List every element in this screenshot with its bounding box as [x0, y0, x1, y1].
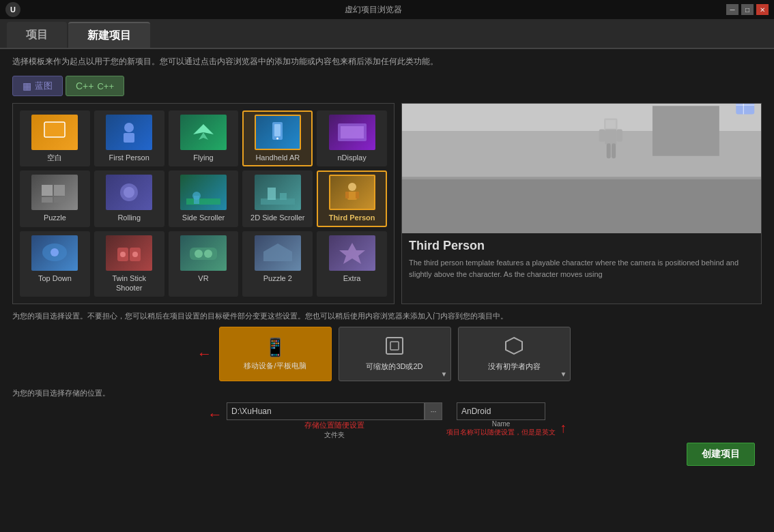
cpp-button[interactable]: C++ C++: [66, 76, 124, 96]
template-label-extra: Extra: [343, 274, 361, 283]
template-item-vr[interactable]: VR: [169, 231, 239, 297]
template-label-flying: Flying: [193, 153, 213, 162]
template-label-twin-stick-shooter: Twin Stick Shooter: [98, 274, 160, 293]
cpp-icon: C++: [76, 80, 94, 91]
maximize-button[interactable]: □: [741, 4, 754, 15]
blueprint-button[interactable]: ▦ 蓝图: [12, 76, 63, 96]
svg-marker-37: [339, 243, 365, 264]
svg-marker-5: [199, 132, 208, 140]
path-info-text: 为您的项目选择存储的位置。: [12, 388, 762, 398]
path-input-container: ···: [227, 402, 442, 420]
svg-rect-14: [54, 197, 65, 203]
svg-rect-13: [42, 197, 53, 203]
name-input-group: Name 项目名称可以随便设置，但是是英文: [446, 402, 556, 437]
svg-rect-52: [612, 143, 616, 158]
svg-marker-58: [506, 338, 522, 354]
template-item-flying[interactable]: Flying: [169, 110, 239, 166]
svg-rect-12: [54, 185, 65, 196]
svg-point-23: [348, 183, 356, 191]
template-thumb-blank: [31, 115, 78, 150]
template-thumb-first-person: [106, 115, 152, 150]
settings-description: 为您的项目选择设置。不要担心，您可以稍后在项目设置的目标硬件部分变更这些设置。您…: [12, 311, 762, 321]
svg-point-35: [204, 250, 212, 258]
template-label-top-down: Top Down: [38, 274, 72, 283]
titlebar: U 虚幻项目浏览器 ─ □ ✕: [0, 0, 774, 19]
template-thumb-ndisplay: [329, 115, 375, 150]
template-grid: 空白 First Person Flying: [20, 110, 387, 297]
scalable-dropdown-icon: ▼: [441, 370, 448, 378]
svg-point-8: [276, 137, 278, 139]
svg-rect-38: [402, 173, 761, 233]
svg-rect-48: [605, 130, 616, 145]
template-grid-container[interactable]: 空白 First Person Flying: [12, 103, 395, 304]
setting-btn-scalable[interactable]: 可缩放的3D或2D ▼: [339, 327, 451, 381]
template-item-third-person[interactable]: Third Person: [317, 171, 387, 226]
scalable-label: 可缩放的3D或2D: [366, 361, 422, 372]
create-project-button[interactable]: 创建项目: [687, 443, 755, 466]
template-item-extra[interactable]: Extra: [317, 231, 387, 297]
template-item-handheld-ar[interactable]: Handheld AR: [242, 110, 313, 166]
svg-rect-19: [194, 196, 199, 204]
template-thumb-top-down: [31, 235, 78, 271]
svg-marker-36: [263, 243, 292, 261]
template-area: 空白 First Person Flying: [12, 103, 762, 304]
template-item-rolling[interactable]: Rolling: [94, 171, 164, 226]
template-thumb-rolling: [106, 175, 152, 210]
mobile-label: 移动设备/平板电脑: [244, 361, 306, 371]
path-browse-button[interactable]: ···: [425, 402, 442, 420]
template-thumb-puzzle: [31, 175, 78, 210]
template-item-ndisplay[interactable]: nDisplay: [317, 110, 387, 166]
template-thumb-extra: [329, 235, 375, 271]
svg-rect-49: [599, 130, 605, 142]
template-item-puzzle[interactable]: Puzzle: [20, 171, 90, 226]
close-button[interactable]: ✕: [756, 4, 769, 15]
path-row: ← ··· 存储位置随便设置 文件夹 Name 项目名称可以随便设置，但是是英文: [12, 402, 762, 440]
svg-rect-25: [345, 192, 349, 198]
tab-new-project[interactable]: 新建项目: [68, 22, 150, 48]
name-annotation: 项目名称可以随便设置，但是是英文: [446, 428, 556, 437]
template-item-puzzle2[interactable]: Puzzle 2: [242, 231, 313, 297]
mobile-icon: 📱: [264, 337, 286, 358]
setting-btn-no-starter[interactable]: 没有初学者内容 ▼: [458, 327, 571, 381]
template-item-blank[interactable]: 空白: [20, 110, 90, 166]
template-label-handheld-ar: Handheld AR: [255, 153, 300, 162]
template-thumb-vr: [180, 235, 227, 271]
svg-rect-11: [42, 185, 53, 196]
svg-point-34: [195, 250, 203, 258]
template-item-2d-side-scroller[interactable]: 2D Side Scroller: [242, 171, 313, 226]
template-label-rolling: Rolling: [117, 213, 141, 222]
svg-rect-22: [280, 193, 287, 200]
svg-point-28: [51, 248, 59, 256]
svg-rect-33: [190, 248, 217, 260]
mobile-arrow: ←: [197, 345, 212, 363]
path-right-annotation: ↑: [560, 420, 567, 436]
name-input[interactable]: [457, 402, 545, 420]
template-item-first-person[interactable]: First Person: [94, 110, 164, 166]
scalable-icon: [385, 336, 404, 359]
svg-rect-45: [653, 106, 719, 156]
svg-rect-3: [124, 133, 134, 143]
template-thumb-handheld-ar: [255, 115, 301, 150]
path-sublabel: 文件夹: [324, 430, 345, 440]
minimize-button[interactable]: ─: [726, 4, 739, 15]
template-item-twin-stick-shooter[interactable]: Twin Stick Shooter: [94, 231, 164, 297]
tabbar: 项目 新建项目: [0, 19, 774, 49]
tab-projects[interactable]: 项目: [7, 22, 67, 48]
app-logo: U: [5, 2, 20, 17]
template-item-top-down[interactable]: Top Down: [20, 231, 90, 297]
window-controls: ─ □ ✕: [726, 4, 769, 15]
template-item-side-scroller[interactable]: Side Scroller: [169, 171, 239, 226]
path-input[interactable]: [227, 402, 425, 420]
svg-point-32: [132, 252, 138, 257]
svg-rect-47: [605, 120, 616, 128]
template-type-bar: ▦ 蓝图 C++ C++: [12, 76, 762, 96]
blueprint-icon: ▦: [23, 80, 31, 91]
path-sublabel-annotation: 存储位置随便设置: [304, 420, 364, 430]
preview-scene: [402, 104, 761, 233]
svg-rect-57: [390, 342, 399, 350]
setting-btn-mobile[interactable]: 📱 移动设备/平板电脑: [219, 327, 332, 381]
template-label-third-person: Third Person: [329, 213, 375, 222]
template-label-ndisplay: nDisplay: [338, 153, 367, 162]
template-label-first-person: First Person: [109, 153, 149, 162]
template-thumb-side-scroller: [180, 175, 227, 210]
